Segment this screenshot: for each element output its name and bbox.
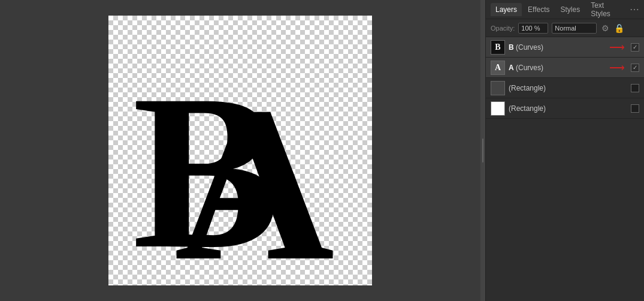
tabs-bar: Layers Effects Styles Text Styles ⋯	[486, 0, 644, 19]
panel-menu-icon[interactable]: ⋯	[630, 4, 639, 15]
svg-text:A: A	[174, 61, 334, 276]
right-panel: Layers Effects Styles Text Styles ⋯ Opac…	[485, 0, 644, 301]
layers-list: B B (Curves) ⟶ ✓ A A (Curves) ⟶ ✓	[486, 37, 644, 301]
tab-layers[interactable]: Layers	[491, 3, 522, 16]
layer-name-b-extra: (Curves)	[514, 43, 543, 52]
layer-name-b: B (Curves)	[509, 43, 606, 52]
tab-text-styles[interactable]: Text Styles	[586, 0, 628, 20]
layer-name-a-bold: A	[509, 64, 514, 72]
checkmark-a: ✓	[633, 64, 637, 71]
layer-thumb-a: A	[491, 61, 505, 75]
red-arrow-a: ⟶	[609, 61, 625, 74]
layer-checkbox-rect-2[interactable]	[631, 104, 639, 113]
layer-name-b-bold: B	[509, 43, 514, 52]
ab-artwork: B A	[120, 25, 360, 276]
layer-thumb-rect-1	[491, 81, 505, 95]
layer-item-rect-1[interactable]: (Rectangle)	[486, 78, 644, 98]
opacity-row: Opacity: Normal Multiply Screen Overlay …	[486, 19, 644, 37]
canvas-frame: B A	[108, 16, 372, 285]
canvas-content: B A	[108, 16, 372, 285]
canvas-area: B A	[0, 0, 480, 301]
lock-icon[interactable]: 🔒	[614, 23, 624, 33]
right-panel-wrapper: Layers Effects Styles Text Styles ⋯ Opac…	[480, 0, 644, 301]
tab-styles[interactable]: Styles	[556, 3, 585, 16]
layer-name-rect-2: (Rectangle)	[509, 104, 627, 113]
checkmark-b: ✓	[633, 44, 637, 50]
gear-icon[interactable]: ⚙	[601, 23, 609, 33]
tab-effects[interactable]: Effects	[523, 3, 554, 16]
opacity-input[interactable]	[518, 23, 548, 34]
layer-name-a-extra: (Curves)	[514, 64, 543, 72]
layer-checkbox-rect-1[interactable]	[631, 84, 639, 92]
blend-mode-select[interactable]: Normal Multiply Screen Overlay	[552, 23, 597, 34]
layer-name-rect-1: (Rectangle)	[509, 84, 627, 92]
layer-item-rect-2[interactable]: (Rectangle)	[486, 98, 644, 119]
handle-line	[482, 139, 483, 162]
red-arrow-b: ⟶	[609, 41, 625, 54]
blend-wrapper: Normal Multiply Screen Overlay	[552, 23, 597, 34]
opacity-label: Opacity:	[491, 25, 515, 32]
panel-collapse-handle[interactable]	[480, 0, 485, 301]
layer-name-a: A (Curves)	[509, 64, 606, 72]
layer-checkbox-b[interactable]: ✓	[631, 43, 639, 52]
layer-thumb-b: B	[491, 40, 505, 55]
layer-item-b-curves[interactable]: B B (Curves) ⟶ ✓	[486, 37, 644, 58]
layer-checkbox-a[interactable]: ✓	[631, 64, 639, 72]
layer-item-a-curves[interactable]: A A (Curves) ⟶ ✓	[486, 58, 644, 78]
layer-thumb-rect-2	[491, 101, 505, 116]
